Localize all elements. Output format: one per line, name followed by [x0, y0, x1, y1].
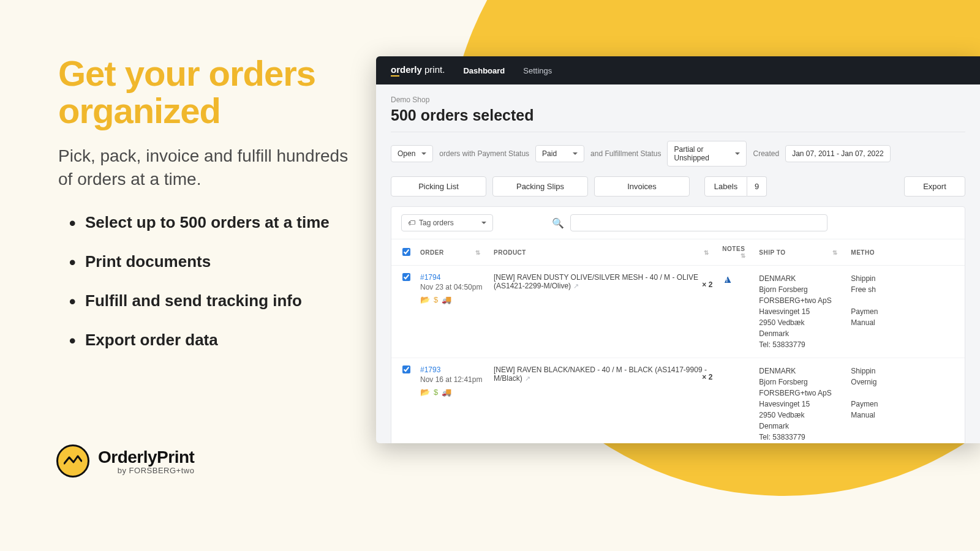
quantity: × 2	[702, 373, 712, 381]
sort-icon: ⇅	[475, 249, 481, 256]
row-checkbox[interactable]	[402, 273, 410, 281]
tag-icon: 🏷	[408, 219, 415, 227]
sort-icon: ⇅	[704, 249, 709, 256]
brand-logo-icon	[56, 444, 89, 478]
method-info: ShippinOvernigPaymenManual	[846, 358, 965, 444]
packing-slips-button[interactable]: Packing Slips	[492, 176, 588, 197]
sort-icon: ⇅	[832, 249, 838, 256]
picking-list-button[interactable]: Picking List	[391, 176, 486, 197]
table-row: #1794Nov 23 at 04:50pm📂$🚚[NEW] RAVEN DUS…	[391, 266, 965, 358]
nav-dashboard[interactable]: Dashboard	[463, 66, 505, 75]
external-link-icon[interactable]: ↗	[573, 282, 579, 290]
sort-icon: ⇅	[741, 252, 746, 259]
brand-byline: by FORSBERG+two	[98, 466, 194, 475]
export-button[interactable]: Export	[904, 176, 965, 197]
folder-icon: 📂	[420, 295, 430, 304]
filter-text: orders with Payment Status	[439, 149, 529, 158]
payment-dropdown[interactable]: Paid	[535, 145, 584, 162]
search-icon: 🔍	[552, 217, 564, 229]
row-checkbox[interactable]	[402, 365, 410, 373]
app-window: orderly print. Dashboard Settings Demo S…	[376, 56, 980, 443]
fulfillment-dropdown[interactable]: Partial or Unshipped	[667, 141, 747, 167]
quantity: × 2	[702, 280, 712, 289]
orders-panel: 🏷Tag orders 🔍 ORDER⇅ PRODUCT⇅ NOTES⇅ SHI…	[391, 206, 965, 443]
filter-text: and Fulfillment Status	[590, 149, 661, 158]
chevron-down-icon	[421, 152, 426, 155]
labels-button[interactable]: Labels	[704, 176, 747, 197]
method-info: ShippinFree shPaymenManual	[846, 266, 965, 358]
dollar-icon: $	[434, 388, 438, 397]
brand-block: OrderlyPrint by FORSBERG+two	[56, 444, 194, 478]
status-icons: 📂$🚚	[420, 388, 484, 397]
filter-bar: Open orders with Payment Status Paid and…	[391, 141, 965, 167]
status-dropdown[interactable]: Open	[391, 145, 433, 162]
date-range-picker[interactable]: Jan 07, 2011 - Jan 07, 2022	[785, 145, 890, 162]
col-method[interactable]: METHO	[851, 249, 875, 256]
app-logo: orderly print.	[391, 64, 445, 77]
dollar-icon: $	[434, 295, 438, 304]
folder-icon: 📂	[420, 388, 430, 397]
select-all-checkbox[interactable]	[402, 248, 410, 256]
search-input[interactable]	[570, 214, 827, 231]
filter-text: Created	[753, 149, 779, 158]
ship-to: DENMARKBjorn ForsbergFORSBERG+two ApSHav…	[754, 358, 846, 444]
chevron-down-icon	[481, 222, 486, 224]
order-link[interactable]: #1793	[420, 365, 484, 374]
col-shipto[interactable]: SHIP TO	[759, 249, 785, 256]
chevron-down-icon	[573, 152, 578, 155]
bullet-item: Select up to 500 orders at a time	[58, 212, 349, 233]
order-date: Nov 23 at 04:50pm	[420, 283, 484, 291]
bullet-item: Fulfill and send tracking info	[58, 291, 349, 312]
table-row: #1793Nov 16 at 12:41pm📂$🚚[NEW] RAVEN BLA…	[391, 358, 965, 444]
bullet-item: Export order data	[58, 330, 349, 351]
order-link[interactable]: #1794	[420, 273, 484, 282]
order-date: Nov 16 at 12:41pm	[420, 375, 484, 384]
ship-to: DENMARKBjorn ForsbergFORSBERG+two ApSHav…	[754, 266, 846, 358]
col-product[interactable]: PRODUCT	[494, 249, 526, 256]
truck-icon: 🚚	[442, 295, 451, 304]
truck-icon: 🚚	[442, 388, 451, 397]
labels-count: 9	[747, 176, 767, 197]
marketing-headline: Get your orders organized	[58, 55, 349, 130]
col-notes[interactable]: NOTES	[722, 246, 745, 252]
tag-orders-dropdown[interactable]: 🏷Tag orders	[401, 214, 493, 231]
action-buttons: Picking List Packing Slips Invoices Labe…	[391, 176, 965, 197]
external-link-icon[interactable]: ↗	[525, 375, 530, 382]
app-topbar: orderly print. Dashboard Settings	[376, 56, 980, 84]
marketing-subhead: Pick, pack, invoice and fulfill hundreds…	[58, 144, 349, 191]
nav-settings[interactable]: Settings	[523, 66, 552, 75]
marketing-bullets: Select up to 500 orders at a time Print …	[58, 212, 349, 350]
status-icons: 📂$🚚	[420, 295, 484, 304]
bullet-item: Print documents	[58, 252, 349, 272]
shop-name: Demo Shop	[391, 96, 965, 104]
warning-icon: ▲!	[722, 273, 735, 286]
chevron-down-icon	[735, 152, 740, 155]
col-order[interactable]: ORDER	[420, 249, 444, 256]
invoices-button[interactable]: Invoices	[594, 176, 690, 197]
orders-table: ORDER⇅ PRODUCT⇅ NOTES⇅ SHIP TO⇅ METHO #1…	[391, 239, 965, 443]
page-title: 500 orders selected	[391, 107, 965, 132]
brand-name: OrderlyPrint	[98, 448, 194, 467]
